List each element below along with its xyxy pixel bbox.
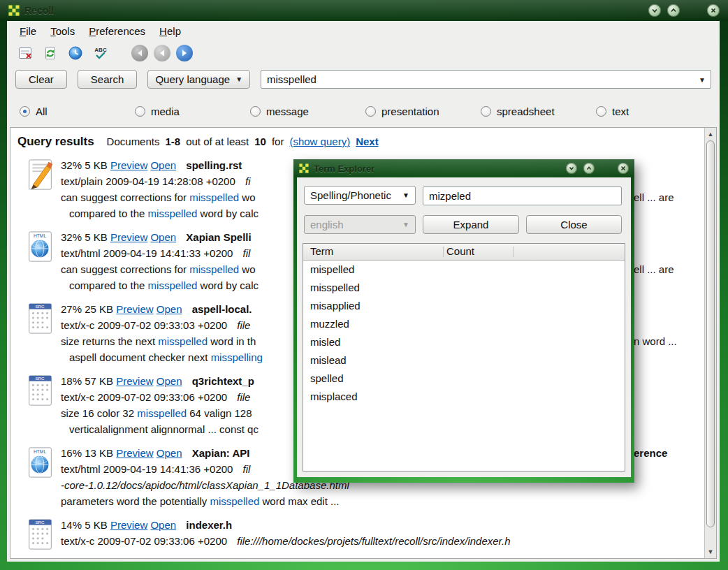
highlighted-term: misspelling	[211, 351, 263, 363]
file-path: fil	[243, 247, 251, 259]
expand-button[interactable]: Expand	[423, 215, 519, 234]
previous-page-button[interactable]	[154, 45, 170, 61]
open-link[interactable]: Open	[150, 231, 176, 243]
term-row[interactable]: misled	[303, 333, 625, 351]
search-button[interactable]: Search	[78, 70, 138, 89]
scroll-down-icon[interactable]: ▼	[705, 546, 716, 557]
highlighted-term: misspelled	[148, 279, 198, 291]
highlighted-term: misspelled	[158, 335, 208, 347]
terms-table: Term Count mispelled misspelled misappli…	[303, 243, 625, 472]
terms-table-body: mispelled misspelled misapplied muzzled …	[303, 261, 625, 471]
open-link[interactable]: Open	[150, 159, 176, 171]
term-row[interactable]: misapplied	[303, 297, 625, 315]
term-explorer-button[interactable]: ABC	[91, 43, 110, 63]
term-row[interactable]: spelled	[303, 370, 625, 388]
open-link[interactable]: Open	[156, 303, 182, 315]
radio-icon[interactable]	[481, 106, 491, 117]
term-row[interactable]: misspelled	[303, 279, 625, 297]
column-header-term: Term	[310, 245, 333, 257]
filter-presentation[interactable]: presentation	[365, 105, 481, 117]
arrow-right-icon	[180, 48, 189, 58]
radio-icon[interactable]	[596, 106, 606, 117]
column-header-count: Count	[446, 245, 474, 257]
term-row[interactable]: misplaced	[303, 388, 625, 406]
dialog-close-action-button[interactable]: Close	[526, 215, 622, 234]
result-icon-text[interactable]	[16, 157, 61, 221]
next-page-button[interactable]	[176, 45, 193, 61]
open-link[interactable]: Open	[150, 519, 176, 531]
scrollbar-thumb[interactable]	[706, 140, 715, 527]
dialog-maximize-button[interactable]	[583, 163, 595, 174]
combobox-dropdown-icon[interactable]: ▼	[699, 76, 706, 84]
preview-link[interactable]: Preview	[116, 447, 153, 459]
scroll-up-icon[interactable]: ▲	[705, 129, 716, 140]
snippet-fragment: ell ... are	[634, 261, 674, 277]
titlebar[interactable]: Recoll	[0, 0, 728, 21]
update-index-icon	[43, 45, 58, 61]
search-input[interactable]	[261, 70, 711, 89]
filter-media[interactable]: media	[135, 105, 250, 117]
menu-file[interactable]: File	[13, 23, 43, 39]
source-file-icon	[24, 302, 57, 335]
dialog-content: Spelling/Phonetic ▼ english ▼ Expand Clo…	[297, 177, 631, 477]
menu-tools[interactable]: Tools	[43, 23, 82, 39]
show-query-link[interactable]: (show query)	[289, 136, 350, 147]
toolbar: ABC	[7, 41, 720, 66]
term-row[interactable]: mispelled	[303, 261, 625, 279]
update-index-button[interactable]	[41, 43, 60, 63]
result-icon-html[interactable]	[16, 445, 61, 509]
radio-icon[interactable]	[250, 106, 261, 117]
query-language-select[interactable]: Query language ▼	[147, 70, 250, 89]
chevron-up-icon	[669, 6, 678, 15]
result-icon-html[interactable]	[16, 229, 61, 293]
results-header: Query results Documents 1-8 out of at le…	[17, 135, 704, 149]
column-separator	[443, 247, 444, 257]
term-row[interactable]: muzzled	[303, 315, 625, 333]
open-link[interactable]: Open	[156, 375, 182, 387]
next-link[interactable]: Next	[356, 136, 379, 147]
filter-spreadsheet[interactable]: spreadsheet	[481, 105, 596, 117]
relevance: 32%	[61, 159, 82, 171]
preview-link[interactable]: Preview	[110, 159, 147, 171]
preview-link[interactable]: Preview	[110, 231, 147, 243]
result-icon-source[interactable]	[16, 373, 61, 437]
menu-help[interactable]: Help	[152, 23, 188, 39]
dialog-minimize-button[interactable]	[566, 163, 577, 174]
clear-button[interactable]: Clear	[15, 70, 67, 89]
results-scrollbar[interactable]: ▲ ▼	[704, 128, 716, 558]
radio-icon[interactable]	[135, 106, 145, 117]
maximize-button[interactable]	[667, 4, 680, 17]
clear-search-button[interactable]	[15, 43, 35, 63]
radio-selected-icon[interactable]	[20, 106, 30, 117]
file-path: file	[237, 319, 250, 331]
history-button[interactable]	[66, 43, 85, 63]
first-page-button[interactable]	[131, 45, 148, 61]
close-icon	[709, 6, 718, 15]
radio-icon[interactable]	[365, 106, 376, 117]
menu-preferences[interactable]: Preferences	[82, 23, 152, 39]
expand-mode-select[interactable]: Spelling/Phonetic ▼	[304, 186, 416, 205]
result-title: indexer.h	[186, 519, 232, 531]
result-icon-source[interactable]	[16, 301, 61, 365]
filter-all[interactable]: All	[20, 105, 135, 117]
result-title: Xapian Spelli	[186, 231, 251, 243]
language-select[interactable]: english ▼	[304, 215, 416, 234]
filter-message[interactable]: message	[250, 105, 365, 117]
term-input[interactable]	[423, 187, 622, 205]
close-button[interactable]	[707, 4, 720, 17]
preview-link[interactable]: Preview	[116, 303, 153, 315]
minimize-button[interactable]	[648, 4, 661, 17]
result-icon-source[interactable]	[16, 517, 61, 550]
preview-link[interactable]: Preview	[116, 375, 153, 387]
preview-link[interactable]: Preview	[110, 519, 147, 531]
dialog-close-button[interactable]	[618, 163, 629, 174]
file-size: 5 KB	[85, 159, 108, 171]
menubar: File Tools Preferences Help	[7, 21, 720, 41]
dialog-titlebar[interactable]: Term Explorer	[293, 159, 634, 177]
term-row[interactable]: mislead	[303, 351, 625, 370]
chevron-down-icon	[568, 165, 575, 172]
filter-text[interactable]: text	[596, 105, 711, 117]
app-logo-icon	[299, 163, 309, 173]
file-path: file:///home/dockes/projets/fulltext/rec…	[237, 535, 510, 547]
open-link[interactable]: Open	[156, 447, 182, 459]
